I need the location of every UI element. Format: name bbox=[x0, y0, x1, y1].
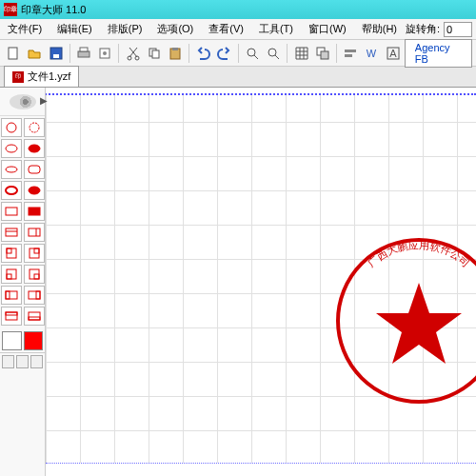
menu-options[interactable]: 选项(O) bbox=[149, 19, 201, 39]
menu-view[interactable]: 查看(V) bbox=[201, 19, 251, 39]
copy-button[interactable] bbox=[145, 43, 164, 64]
zoom-out-button[interactable] bbox=[264, 43, 283, 64]
mini-tool-1[interactable] bbox=[2, 355, 14, 368]
mini-tool-3[interactable] bbox=[30, 355, 43, 368]
shape-box-top[interactable] bbox=[1, 307, 22, 326]
font-combo[interactable]: Agency FB bbox=[405, 39, 472, 68]
cut-button[interactable] bbox=[123, 43, 142, 64]
shape-rect[interactable] bbox=[1, 202, 22, 221]
tool-palette bbox=[0, 88, 46, 476]
ruler-horizontal bbox=[0, 88, 476, 95]
palette-bottom-tools bbox=[0, 352, 45, 370]
redo-button[interactable] bbox=[215, 43, 234, 64]
svg-rect-4 bbox=[80, 48, 88, 51]
shape-rect-right[interactable] bbox=[24, 223, 45, 242]
shape-sq-bl[interactable] bbox=[1, 265, 22, 284]
shape-sq-tr[interactable] bbox=[24, 244, 45, 263]
mini-tool-2[interactable] bbox=[16, 355, 29, 368]
svg-rect-33 bbox=[6, 228, 17, 236]
menu-layout[interactable]: 排版(P) bbox=[100, 19, 150, 39]
tab-filename: 文件1.yzf bbox=[28, 69, 70, 84]
svg-rect-31 bbox=[6, 208, 17, 215]
svg-point-6 bbox=[103, 51, 107, 55]
align-button[interactable] bbox=[341, 43, 360, 64]
separator-icon bbox=[238, 44, 239, 63]
shape-circle-dashed[interactable] bbox=[24, 118, 45, 137]
svg-rect-16 bbox=[321, 51, 328, 59]
stamp-text: 广西大鹏应用软件公司 bbox=[366, 239, 472, 269]
swatch-red[interactable] bbox=[24, 331, 44, 350]
paste-button[interactable] bbox=[166, 43, 185, 64]
stamp-object[interactable]: 广西大鹏应用软件公司 bbox=[333, 235, 476, 407]
svg-rect-46 bbox=[6, 291, 10, 299]
svg-point-13 bbox=[248, 49, 255, 56]
svg-rect-35 bbox=[29, 228, 40, 236]
svg-point-23 bbox=[30, 123, 39, 132]
rotate-input[interactable] bbox=[444, 22, 472, 37]
svg-rect-32 bbox=[29, 208, 40, 215]
swatch-white[interactable] bbox=[2, 331, 22, 350]
shape-oval-lines[interactable] bbox=[24, 181, 45, 200]
svg-rect-52 bbox=[29, 317, 40, 320]
svg-point-24 bbox=[6, 145, 17, 152]
separator-icon bbox=[69, 44, 70, 63]
svg-rect-17 bbox=[345, 50, 356, 52]
zoom-in-button[interactable] bbox=[243, 43, 262, 64]
menu-help[interactable]: 帮助(H) bbox=[354, 19, 405, 39]
shape-box-right[interactable] bbox=[24, 286, 45, 305]
shape-box-left[interactable] bbox=[1, 286, 22, 305]
rotate-label: 旋转角: bbox=[406, 22, 440, 36]
svg-rect-10 bbox=[152, 50, 159, 58]
menu-window[interactable]: 窗口(W) bbox=[301, 19, 354, 39]
shape-ellipse[interactable] bbox=[1, 160, 22, 179]
grid-button[interactable] bbox=[291, 43, 310, 64]
shape-oval[interactable] bbox=[1, 139, 22, 158]
shape-oval-bold[interactable] bbox=[1, 181, 22, 200]
tab-icon: 印 bbox=[12, 71, 24, 83]
menu-edit[interactable]: 编辑(E) bbox=[50, 19, 100, 39]
shape-roundrect[interactable] bbox=[24, 160, 45, 179]
svg-rect-3 bbox=[78, 51, 89, 57]
workspace: 广西大鹏应用软件公司 bbox=[0, 88, 476, 476]
svg-rect-27 bbox=[29, 166, 40, 173]
text-button[interactable]: W bbox=[362, 43, 381, 64]
svg-point-28 bbox=[6, 187, 17, 194]
svg-point-25 bbox=[29, 145, 40, 152]
ruler-bottom bbox=[46, 463, 476, 476]
shape-rect-top[interactable] bbox=[1, 223, 22, 242]
svg-rect-44 bbox=[34, 274, 39, 279]
undo-button[interactable] bbox=[193, 43, 212, 64]
document-tab[interactable]: 印 文件1.yzf bbox=[4, 66, 79, 87]
menu-tools[interactable]: 工具(T) bbox=[251, 19, 301, 39]
font-button[interactable]: A bbox=[384, 43, 403, 64]
open-button[interactable] bbox=[25, 43, 44, 64]
tabbar: 印 文件1.yzf bbox=[0, 67, 476, 88]
canvas[interactable]: 广西大鹏应用软件公司 bbox=[46, 88, 476, 476]
color-swatches bbox=[0, 329, 45, 352]
new-button[interactable] bbox=[4, 43, 23, 64]
save-button[interactable] bbox=[47, 43, 66, 64]
shape-oval-fill[interactable] bbox=[24, 139, 45, 158]
shape-sq-br[interactable] bbox=[24, 265, 45, 284]
svg-rect-12 bbox=[172, 48, 178, 50]
svg-rect-50 bbox=[6, 312, 17, 315]
toolbar: W A Agency FB bbox=[0, 40, 476, 67]
shape-box-bot[interactable] bbox=[24, 307, 45, 326]
menu-file[interactable]: 文件(F) bbox=[0, 19, 50, 39]
print-button[interactable] bbox=[74, 43, 93, 64]
svg-rect-2 bbox=[53, 54, 59, 58]
shape-circle[interactable] bbox=[1, 118, 22, 137]
svg-text:A: A bbox=[389, 48, 397, 59]
app-logo-icon: 印章 bbox=[4, 3, 17, 16]
separator-icon bbox=[188, 44, 189, 63]
svg-text:W: W bbox=[367, 48, 377, 59]
svg-rect-49 bbox=[6, 312, 17, 320]
arrange-button[interactable] bbox=[313, 43, 332, 64]
svg-rect-38 bbox=[7, 248, 11, 253]
shape-rect-fill[interactable] bbox=[24, 202, 45, 221]
preview-button[interactable] bbox=[95, 43, 114, 64]
shape-sq-tl[interactable] bbox=[1, 244, 22, 263]
eye-preview-icon[interactable] bbox=[10, 94, 36, 109]
svg-point-22 bbox=[7, 123, 16, 132]
separator-icon bbox=[336, 44, 337, 63]
